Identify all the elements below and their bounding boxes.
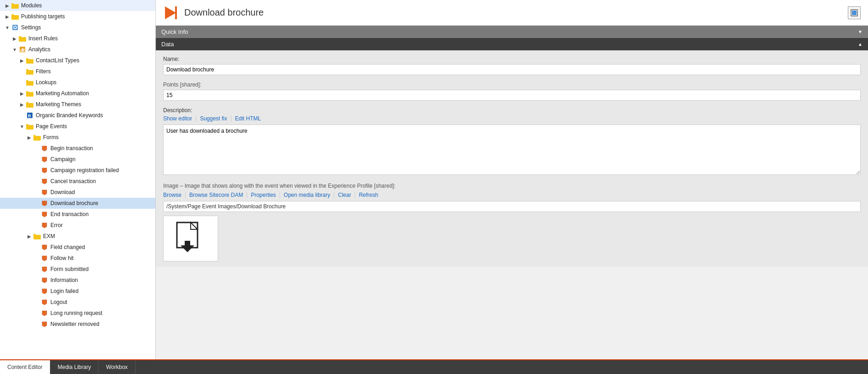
sidebar-item-exm[interactable]: ▶ EXM [0,231,155,242]
sidebar-item-organic-branded-keywords[interactable]: B Organic Branded Keywords [0,110,155,121]
sidebar: ▶ Modules▶ Publishing targets▼ Settings▶… [0,0,156,359]
icon-field-changed [40,243,49,251]
name-input[interactable] [163,64,861,75]
sidebar-item-long-running-request[interactable]: Long running request [0,308,155,319]
refresh-link[interactable]: Refresh [355,192,382,198]
sidebar-item-marketing-automation[interactable]: ▶ Marketing Automation [0,88,155,99]
header-action-button[interactable] [848,6,861,19]
show-editor-link[interactable]: Show editor [163,115,196,122]
sidebar-item-lookups[interactable]: Lookups [0,77,155,88]
sidebar-item-analytics[interactable]: ▼ Analytics [0,44,155,55]
sidebar-item-form-submitted[interactable]: Form submitted [0,264,155,275]
icon-login-failed [40,287,49,295]
label-begin-transaction: Begin transaction [50,145,93,152]
clear-link[interactable]: Clear [334,192,355,198]
svg-rect-76 [852,11,857,15]
browse-link[interactable]: Browse [163,192,186,198]
points-input[interactable] [163,90,861,101]
label-organic-branded-keywords: Organic Branded Keywords [36,112,103,119]
icon-begin-transaction [40,144,49,152]
sidebar-item-filters[interactable]: Filters [0,66,155,77]
sidebar-item-marketing-themes[interactable]: ▶ Marketing Themes [0,99,155,110]
label-campaign-registration-failed: Campaign registration failed [50,167,119,173]
svg-marker-78 [191,222,198,229]
sidebar-item-logout[interactable]: Logout [0,297,155,308]
image-path-display: /System/Page Event Images/Download Broch… [163,201,861,212]
icon-publishing-targets [11,12,19,21]
svg-rect-20 [26,69,28,71]
svg-marker-46 [42,190,47,195]
svg-rect-6 [12,25,18,30]
quick-info-chevron: ▼ [858,29,863,34]
sidebar-item-login-failed[interactable]: Login failed [0,286,155,297]
sidebar-item-download[interactable]: Download [0,187,155,198]
svg-marker-40 [42,157,47,162]
data-section-chevron: ▲ [858,42,863,47]
label-lookups: Lookups [36,79,56,86]
sidebar-item-information[interactable]: Information [0,275,155,286]
sidebar-item-publishing-targets[interactable]: ▶ Publishing targets [0,11,155,22]
sidebar-item-insert-rules[interactable]: ▶ Insert Rules [0,33,155,44]
svg-rect-14 [23,49,24,52]
bottom-tabs: Content EditorMedia LibraryWorkbox [0,359,868,374]
svg-rect-10 [19,36,21,38]
open-media-library-link[interactable]: Open media library [280,192,334,198]
label-insert-rules: Insert Rules [28,35,58,42]
description-textarea[interactable]: User has downloaded a brochure [163,125,861,175]
toggle-page-events: ▼ [18,124,26,129]
edit-html-link[interactable]: Edit HTML [231,115,265,122]
svg-marker-38 [42,146,47,151]
sidebar-item-contactlist-types[interactable]: ▶ ContactList Types [0,55,155,66]
data-section-header[interactable]: Data ▲ [156,38,868,50]
name-field-group: Name: [163,56,861,75]
icon-download [40,188,49,196]
svg-rect-23 [26,80,28,82]
sidebar-item-error[interactable]: Error [0,220,155,231]
sidebar-item-cancel-transaction[interactable]: Cancel transaction [0,176,155,187]
icon-newsletter-removed [40,320,49,328]
svg-marker-69 [42,311,47,316]
svg-rect-2 [11,3,14,5]
icon-form-submitted [40,265,49,273]
label-end-transaction: End transaction [50,211,88,217]
quick-info-bar[interactable]: Quick Info ▼ [156,26,868,38]
svg-marker-57 [42,245,47,250]
sidebar-item-settings[interactable]: ▼ Settings [0,22,155,33]
sidebar-item-campaign[interactable]: Campaign [0,154,155,165]
bottom-tab-workbox[interactable]: Workbox [99,360,135,374]
label-cancel-transaction: Cancel transaction [50,178,96,184]
sidebar-item-campaign-registration-failed[interactable]: Campaign registration failed [0,165,155,176]
label-forms: Forms [43,134,59,141]
label-download-brochure: Download brochure [50,200,98,206]
bottom-tab-media-library[interactable]: Media Library [50,360,99,374]
image-preview [163,216,218,261]
sidebar-item-modules[interactable]: ▶ Modules [0,0,155,11]
sidebar-item-download-brochure[interactable]: Download brochure [0,198,155,209]
sidebar-item-newsletter-removed[interactable]: Newsletter removed [0,319,155,330]
sidebar-item-forms[interactable]: ▶ Forms [0,132,155,143]
page-header-icon [163,5,180,21]
svg-text:B: B [28,114,31,118]
sidebar-item-field-changed[interactable]: Field changed [0,242,155,253]
suggest-fix-link[interactable]: Suggest fix [196,115,231,122]
sidebar-item-follow-hit[interactable]: Follow hit [0,253,155,264]
icon-marketing-automation [26,89,34,98]
icon-end-transaction [40,210,49,218]
icon-campaign-registration-failed [40,166,49,174]
icon-long-running-request [40,309,49,317]
sidebar-item-page-events[interactable]: ▼ Page Events [0,121,155,132]
toggle-insert-rules: ▶ [11,36,18,41]
bottom-tab-content-editor[interactable]: Content Editor [0,360,50,374]
icon-marketing-themes [26,100,34,108]
toggle-modules: ▶ [4,3,11,8]
form-area: Name: Points [shared]: Description: Show… [156,50,868,267]
svg-rect-12 [21,49,22,52]
sidebar-item-begin-transaction[interactable]: Begin transaction [0,143,155,154]
content-area: Download brochure Quick Info ▼ Data ▲ [156,0,868,359]
browse-dam-link[interactable]: Browse Sitecore DAM [186,192,247,198]
sidebar-item-end-transaction[interactable]: End transaction [0,209,155,220]
label-filters: Filters [36,68,51,75]
label-download: Download [50,189,75,195]
properties-link[interactable]: Properties [247,192,280,198]
label-login-failed: Login failed [50,288,78,294]
